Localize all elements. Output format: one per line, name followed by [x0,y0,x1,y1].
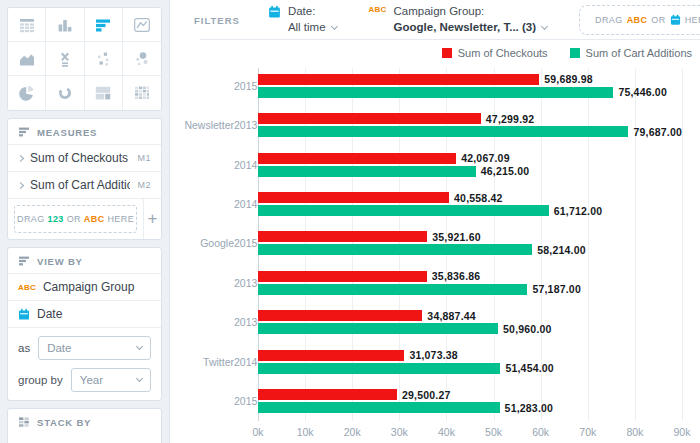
view-by-item-campaign-group[interactable]: ABC Campaign Group [8,273,161,300]
bar-checkouts[interactable] [258,389,397,400]
abc-attribute-icon: ABC [369,5,387,35]
expand-chevron-icon [17,181,24,188]
bar-cart_additions[interactable] [258,166,476,177]
bar-checkouts[interactable] [258,310,422,321]
bar-line: 47,299.92 [258,113,682,124]
measures-bucket: MEASURES Sum of Checkouts M1 Sum of Cart… [7,118,162,240]
chart-row: Twitter201431,073.3851,454.00 [170,342,700,381]
bar-cart_additions[interactable] [258,126,628,137]
bar-value-label: 35,921.60 [432,231,481,243]
dz-text: OR [651,15,665,25]
chart-row: 201334,887.4450,960.00 [170,303,700,342]
date-dimension-select[interactable]: Date [38,336,151,360]
filter-drop-zone[interactable]: DRAG ABC OR HERE [579,5,700,35]
view-by-bucket: VIEW BY ABC Campaign Group Date as Date … [7,247,162,401]
vis-type-heatmap-icon[interactable] [123,76,161,110]
dz-text: OR [67,214,81,224]
bar-checkouts[interactable] [258,231,427,242]
add-measure-button[interactable]: + [143,199,161,239]
bar-line: 51,283.00 [258,402,682,413]
bar-value-label: 79,687.00 [633,126,682,138]
year-label: 2015 [234,237,258,249]
legend-label: Sum of Cart Additions [586,47,692,59]
vis-type-line-chart-icon[interactable] [123,8,161,42]
chart-row: 201529,500.2751,283.00 [170,382,700,421]
vis-type-table-icon[interactable] [8,8,46,42]
chart-row: 201440,558.4261,712.00 [170,184,700,223]
bar-cart_additions[interactable] [258,323,498,334]
date-config: as Date group by Year [8,327,161,400]
chart-row: Newsletter201347,299.9279,687.00 [170,105,700,144]
year-label: 2015 [234,395,258,407]
group-label: Newsletter [170,119,234,131]
bar-group: 34,887.4450,960.00 [258,310,682,334]
expand-chevron-icon [17,154,24,161]
x-tick-label: 0k [252,426,263,438]
x-tick-label: 20k [344,426,361,438]
vis-type-pie-chart-icon[interactable] [8,76,46,110]
vis-type-scatter-plot-icon[interactable] [85,42,123,76]
bar-value-label: 75,446.00 [618,86,667,98]
measure-item-checkouts[interactable]: Sum of Checkouts M1 [8,144,161,171]
x-tick-label: 90k [674,426,691,438]
vis-type-donut-chart-icon[interactable] [46,76,84,110]
bar-cart_additions[interactable] [258,284,527,295]
bar-value-label: 58,214.00 [537,244,586,256]
stack-by-note: TO STACK BY AN ATTRIBUTE, AN INSIGHT CAN… [8,434,161,443]
year-label: 2013 [234,277,258,289]
measure-tag: M2 [137,180,151,190]
bar-value-label: 29,500.27 [402,389,451,401]
filters-bar: FILTERS Date: All time ABC Campaign Grou… [170,0,700,40]
bar-cart_additions[interactable] [258,87,613,98]
bar-cart_additions[interactable] [258,363,500,374]
campaign-group-filter[interactable]: ABC Campaign Group: Google, Newsletter, … [369,4,547,35]
bar-line: 61,712.00 [258,205,682,216]
bar-checkouts[interactable] [258,153,456,164]
bar-line: 35,836.86 [258,271,682,282]
x-tick-label: 70k [579,426,596,438]
bar-checkouts[interactable] [258,350,404,361]
filters-label: FILTERS [194,15,240,26]
select-value: Date [47,342,71,354]
vis-type-column-chart-icon[interactable] [46,8,84,42]
bar-line: 57,187.00 [258,284,682,295]
vis-type-bar-chart-icon[interactable] [85,8,123,42]
measures-drop-row: DRAG 123 OR ABC HERE + [8,198,161,239]
bar-checkouts[interactable] [258,192,449,203]
bar-cart_additions[interactable] [258,205,549,216]
bar-checkouts[interactable] [258,74,539,85]
x-axis: 0k10k20k30k40k50k60k70k80k90k [258,421,682,443]
measures-drop-zone[interactable]: DRAG 123 OR ABC HERE [14,205,137,233]
legend-item-cart-additions[interactable]: Sum of Cart Additions [570,47,692,59]
granularity-select[interactable]: Year [71,368,151,392]
filter-value: All time [288,20,326,36]
bar-cart_additions[interactable] [258,244,532,255]
bar-value-label: 50,960.00 [503,323,552,335]
vis-type-headline-icon[interactable] [46,42,84,76]
bar-value-label: 59,689.98 [544,73,593,85]
view-by-item-date[interactable]: Date [8,300,161,327]
bar-value-label: 51,454.00 [505,362,554,374]
vis-type-treemap-icon[interactable] [85,76,123,110]
measures-title: MEASURES [37,127,97,138]
view-by-icon [18,255,30,267]
bar-line: 51,454.00 [258,363,682,374]
chart-row: 201335,836.8657,187.00 [170,263,700,302]
bar-value-label: 35,836.86 [432,270,481,282]
date-filter[interactable]: Date: All time [268,4,337,35]
vis-type-area-chart-icon[interactable] [8,42,46,76]
measure-item-cart-additions[interactable]: Sum of Cart Additions M2 [8,171,161,198]
vis-type-bubble-chart-icon[interactable] [123,42,161,76]
year-label: 2014 [234,159,258,171]
bar-cart_additions[interactable] [258,402,500,413]
bar-group: 31,073.3851,454.00 [258,350,682,374]
vis-type-picker [7,7,162,111]
bar-checkouts[interactable] [258,113,481,124]
bar-group: 47,299.9279,687.00 [258,113,682,137]
x-tick-label: 60k [532,426,549,438]
bar-chart: 201559,689.9875,446.00Newsletter201347,2… [170,66,700,421]
legend-swatch [442,48,452,58]
legend-item-checkouts[interactable]: Sum of Checkouts [442,47,548,59]
bar-checkouts[interactable] [258,271,427,282]
bar-line: 50,960.00 [258,323,682,334]
